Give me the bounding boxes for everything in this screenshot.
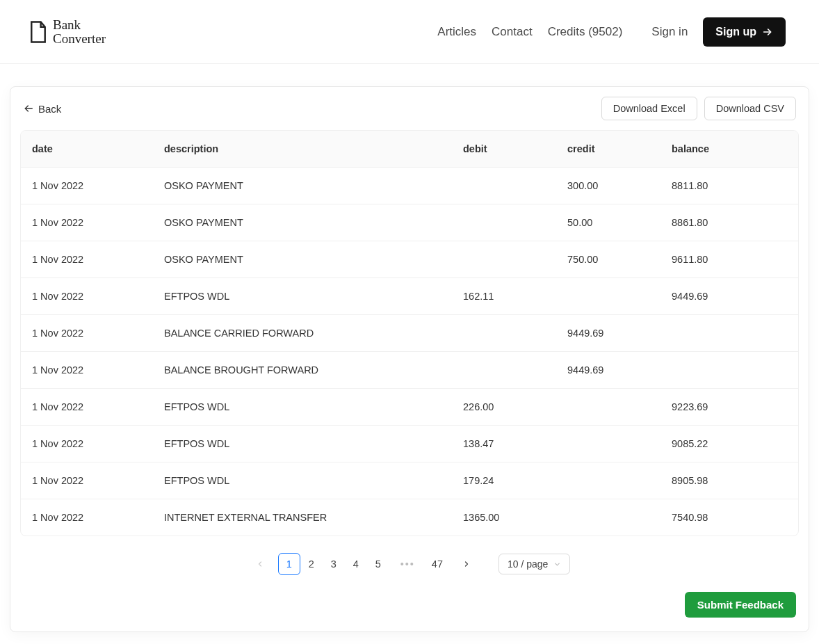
- cell-balance: [660, 315, 798, 352]
- cell-date: 1 Nov 2022: [21, 499, 153, 536]
- cell-date: 1 Nov 2022: [21, 462, 153, 499]
- page-3[interactable]: 3: [323, 553, 345, 575]
- cell-debit: 162.11: [452, 278, 556, 315]
- nav-articles[interactable]: Articles: [437, 25, 476, 39]
- table-row: 1 Nov 2022BALANCE CARRIED FORWARD9449.69: [21, 315, 798, 352]
- download-csv-button[interactable]: Download CSV: [704, 97, 796, 120]
- table-row: 1 Nov 2022EFTPOS WDL138.479085.22: [21, 426, 798, 462]
- cell-debit: [452, 315, 556, 352]
- arrow-right-icon: [762, 26, 773, 38]
- page-next[interactable]: [455, 553, 478, 575]
- col-description[interactable]: description: [153, 131, 452, 168]
- cell-debit: [452, 352, 556, 389]
- pagination: 12345 ••• 47 10 / page: [10, 536, 809, 582]
- table-header-row: date description debit credit balance: [21, 131, 798, 168]
- chevron-left-icon: [256, 560, 264, 568]
- cell-balance: 9223.69: [660, 389, 798, 426]
- table-row: 1 Nov 2022BALANCE BROUGHT FORWARD9449.69: [21, 352, 798, 389]
- cell-description: BALANCE BROUGHT FORWARD: [153, 352, 452, 389]
- cell-credit: [556, 499, 660, 536]
- cell-balance: 8905.98: [660, 462, 798, 499]
- cell-balance: 9085.22: [660, 426, 798, 462]
- cell-credit: [556, 389, 660, 426]
- cell-balance: 7540.98: [660, 499, 798, 536]
- cell-date: 1 Nov 2022: [21, 278, 153, 315]
- cell-date: 1 Nov 2022: [21, 241, 153, 278]
- page-size-label: 10 / page: [508, 558, 548, 570]
- brand-line2: Converter: [53, 32, 106, 46]
- cell-date: 1 Nov 2022: [21, 315, 153, 352]
- page-size-select[interactable]: 10 / page: [498, 554, 570, 574]
- card-top: Back Download Excel Download CSV: [10, 87, 809, 130]
- cell-debit: 138.47: [452, 426, 556, 462]
- page-5[interactable]: 5: [367, 553, 389, 575]
- page-prev[interactable]: [249, 553, 271, 575]
- cell-description: INTERNET EXTERNAL TRANSFER: [153, 499, 452, 536]
- brand-logo[interactable]: Bank Converter: [28, 18, 106, 46]
- cell-debit: 1365.00: [452, 499, 556, 536]
- cell-balance: 9611.80: [660, 241, 798, 278]
- cell-credit: 9449.69: [556, 352, 660, 389]
- cell-date: 1 Nov 2022: [21, 204, 153, 241]
- page-ellipsis[interactable]: •••: [396, 553, 419, 575]
- cell-credit: 300.00: [556, 168, 660, 204]
- page-2[interactable]: 2: [300, 553, 323, 575]
- cell-credit: 750.00: [556, 241, 660, 278]
- submit-feedback-button[interactable]: Submit Feedback: [685, 592, 796, 618]
- site-header: Bank Converter Articles Contact Credits …: [0, 0, 819, 64]
- cell-description: OSKO PAYMENT: [153, 241, 452, 278]
- cell-date: 1 Nov 2022: [21, 168, 153, 204]
- arrow-left-icon: [23, 103, 34, 114]
- cell-debit: [452, 241, 556, 278]
- cell-balance: 8861.80: [660, 204, 798, 241]
- back-label: Back: [38, 103, 61, 115]
- table-wrap: date description debit credit balance 1 …: [10, 130, 809, 536]
- cell-debit: 179.24: [452, 462, 556, 499]
- brand-name: Bank Converter: [53, 18, 106, 46]
- table-row: 1 Nov 2022OSKO PAYMENT50.008861.80: [21, 204, 798, 241]
- table-row: 1 Nov 2022OSKO PAYMENT300.008811.80: [21, 168, 798, 204]
- cell-description: BALANCE CARRIED FORWARD: [153, 315, 452, 352]
- col-balance[interactable]: balance: [660, 131, 798, 168]
- table-row: 1 Nov 2022EFTPOS WDL179.248905.98: [21, 462, 798, 499]
- table-row: 1 Nov 2022OSKO PAYMENT750.009611.80: [21, 241, 798, 278]
- document-icon: [28, 20, 49, 44]
- nav-signin[interactable]: Sign in: [651, 25, 688, 39]
- feedback-row: Submit Feedback: [10, 582, 809, 631]
- col-date[interactable]: date: [21, 131, 153, 168]
- cell-description: EFTPOS WDL: [153, 389, 452, 426]
- cell-description: OSKO PAYMENT: [153, 168, 452, 204]
- brand-line1: Bank: [53, 18, 106, 32]
- page-last[interactable]: 47: [426, 553, 448, 575]
- cell-description: OSKO PAYMENT: [153, 204, 452, 241]
- cell-debit: [452, 204, 556, 241]
- table-row: 1 Nov 2022EFTPOS WDL226.009223.69: [21, 389, 798, 426]
- top-actions: Download Excel Download CSV: [601, 97, 796, 120]
- back-button[interactable]: Back: [23, 103, 61, 115]
- transactions-table: date description debit credit balance 1 …: [20, 130, 799, 536]
- primary-nav: Articles Contact Credits (9502) Sign in …: [437, 17, 786, 47]
- cell-credit: [556, 462, 660, 499]
- nav-credits[interactable]: Credits (9502): [548, 25, 623, 39]
- chevron-right-icon: [462, 560, 471, 568]
- page-4[interactable]: 4: [345, 553, 367, 575]
- col-credit[interactable]: credit: [556, 131, 660, 168]
- chevron-down-icon: [553, 561, 561, 568]
- table-row: 1 Nov 2022INTERNET EXTERNAL TRANSFER1365…: [21, 499, 798, 536]
- cell-credit: 50.00: [556, 204, 660, 241]
- cell-debit: 226.00: [452, 389, 556, 426]
- cell-description: EFTPOS WDL: [153, 278, 452, 315]
- signup-button[interactable]: Sign up: [703, 17, 786, 47]
- cell-balance: 9449.69: [660, 278, 798, 315]
- cell-credit: [556, 278, 660, 315]
- table-row: 1 Nov 2022EFTPOS WDL162.119449.69: [21, 278, 798, 315]
- nav-contact[interactable]: Contact: [492, 25, 533, 39]
- cell-credit: [556, 426, 660, 462]
- cell-balance: [660, 352, 798, 389]
- page-1[interactable]: 1: [278, 553, 300, 575]
- col-debit[interactable]: debit: [452, 131, 556, 168]
- signup-label: Sign up: [715, 26, 756, 38]
- cell-description: EFTPOS WDL: [153, 426, 452, 462]
- cell-description: EFTPOS WDL: [153, 462, 452, 499]
- download-excel-button[interactable]: Download Excel: [601, 97, 697, 120]
